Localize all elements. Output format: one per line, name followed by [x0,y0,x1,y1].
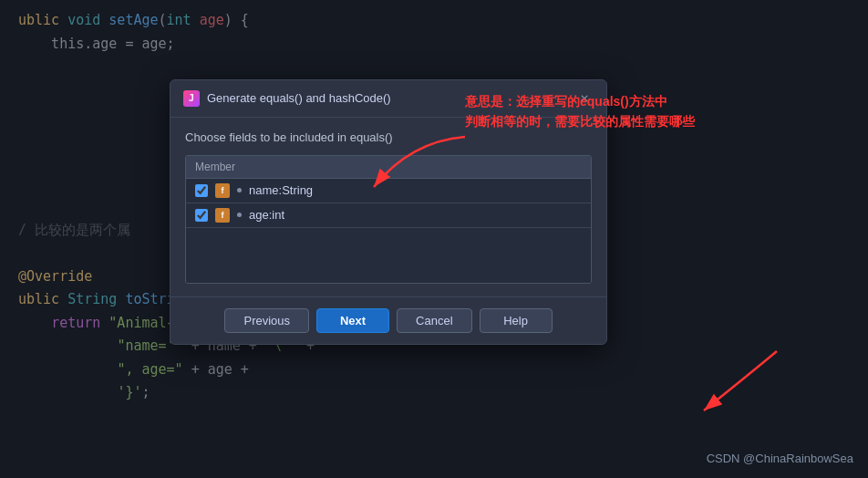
dialog-body: Choose fields to be included in equals()… [170,118,606,296]
member-age-label: age:int [249,208,284,222]
field-icon-name: f [215,183,230,198]
member-row-name: f name:String [186,179,591,203]
previous-button[interactable]: Previous [224,308,309,333]
member-checkbox-age[interactable] [195,209,208,222]
empty-area [186,228,591,283]
dialog-footer: Previous Next Cancel Help [170,296,606,344]
member-row-age: f age:int [186,203,591,228]
member-dot-age [237,213,242,217]
watermark: CSDN @ChinaRainbowSea [707,452,853,465]
cancel-button[interactable]: Cancel [397,308,471,333]
member-dot-name [237,188,242,192]
member-table-header: Member [186,156,591,179]
dialog-header: J Generate equals() and hashCode() × [170,80,606,118]
dialog-title-text: Generate equals() and hashCode() [207,91,568,105]
help-button[interactable]: Help [480,308,553,333]
member-name-label: name:String [249,183,313,197]
dialog-overlay: J Generate equals() and hashCode() × Cho… [0,0,868,478]
member-checkbox-name[interactable] [195,184,208,197]
next-button[interactable]: Next [316,308,389,333]
dialog-description: Choose fields to be included in equals() [185,130,592,144]
close-button[interactable]: × [575,89,594,108]
member-table: Member f name:String f age:int [185,155,592,284]
field-icon-age: f [215,208,230,223]
dialog-title-icon: J [183,90,200,107]
generate-equals-dialog: J Generate equals() and hashCode() × Cho… [170,79,607,345]
